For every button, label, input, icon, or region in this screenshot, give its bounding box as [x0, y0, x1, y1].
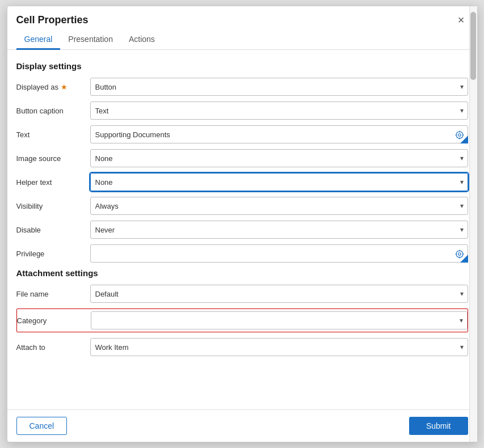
control-visibility: Always Never Conditional — [90, 197, 468, 215]
form-row-attach-to: Attach to Work Item — [16, 338, 468, 356]
tab-general[interactable]: General — [16, 30, 61, 50]
attachment-settings-title: Attachment settings — [16, 268, 468, 278]
svg-point-6 — [456, 251, 463, 257]
form-row-visibility: Visibility Always Never Conditional — [16, 197, 468, 215]
cell-properties-dialog: Cell Properties × General Presentation A… — [7, 6, 478, 442]
form-row-category: Category — [17, 309, 468, 332]
form-row-privilege: Privilege — [16, 244, 468, 263]
dialog-body: Display settings Displayed as ★ Button L… — [7, 50, 477, 409]
dialog-footer: Cancel Submit — [7, 409, 477, 442]
text-input-wrapper — [90, 125, 468, 143]
control-text — [90, 125, 468, 143]
select-wrapper-visibility: Always Never Conditional — [90, 197, 468, 215]
displayed-as-select[interactable]: Button Link Icon — [90, 78, 468, 96]
label-image-source: Image source — [16, 154, 90, 163]
select-wrapper-image-source: None — [90, 149, 468, 167]
control-button-caption: Text Icon Both — [90, 102, 468, 120]
form-row-disable: Disable Never Always Conditional — [16, 221, 468, 239]
form-row-text: Text — [16, 125, 468, 143]
label-helper-text: Helper text — [16, 178, 90, 187]
control-privilege — [90, 244, 468, 263]
button-caption-select[interactable]: Text Icon Both — [90, 102, 468, 120]
target-icon-text[interactable] — [453, 129, 466, 141]
select-wrapper-displayed-as: Button Link Icon — [90, 78, 468, 96]
display-settings-title: Display settings — [16, 61, 468, 71]
form-row-image-source: Image source None — [16, 149, 468, 167]
select-wrapper-attach-to: Work Item — [90, 338, 468, 356]
svg-point-0 — [456, 132, 463, 138]
control-attach-to: Work Item — [90, 338, 468, 356]
control-image-source: None — [90, 149, 468, 167]
submit-button[interactable]: Submit — [409, 417, 468, 435]
form-row-button-caption: Button caption Text Icon Both — [16, 102, 468, 120]
category-select[interactable] — [91, 311, 468, 329]
label-button-caption: Button caption — [16, 107, 90, 115]
dialog-header: Cell Properties × — [7, 6, 477, 27]
form-row-displayed-as: Displayed as ★ Button Link Icon — [16, 78, 468, 96]
svg-point-7 — [458, 253, 461, 256]
select-wrapper-file-name: Default — [90, 285, 468, 303]
helper-text-select[interactable]: None — [90, 173, 468, 191]
control-displayed-as: Button Link Icon — [90, 78, 468, 96]
label-category: Category — [17, 316, 91, 325]
select-wrapper-category — [91, 311, 468, 329]
close-button[interactable]: × — [454, 13, 468, 27]
label-attach-to: Attach to — [16, 343, 90, 352]
label-disable: Disable — [16, 226, 90, 234]
scrollbar[interactable] — [469, 6, 477, 442]
control-file-name: Default — [90, 285, 468, 303]
tabs-bar: General Presentation Actions — [7, 30, 477, 50]
file-name-select[interactable]: Default — [90, 285, 468, 303]
cancel-button[interactable]: Cancel — [16, 417, 68, 435]
privilege-input[interactable] — [90, 244, 468, 263]
label-text: Text — [16, 130, 90, 139]
control-helper-text: None — [90, 173, 468, 191]
privilege-input-wrapper — [90, 244, 468, 263]
tab-actions[interactable]: Actions — [121, 30, 163, 50]
text-input[interactable] — [90, 125, 468, 143]
scrollbar-thumb[interactable] — [470, 12, 476, 80]
control-category — [91, 311, 468, 329]
category-red-border: Category — [16, 308, 468, 332]
label-file-name: File name — [16, 290, 90, 298]
select-wrapper-disable: Never Always Conditional — [90, 221, 468, 239]
disable-select[interactable]: Never Always Conditional — [90, 221, 468, 239]
select-wrapper-helper-text: None — [90, 173, 468, 191]
image-source-select[interactable]: None — [90, 149, 468, 167]
label-displayed-as: Displayed as ★ — [16, 83, 90, 91]
visibility-select[interactable]: Always Never Conditional — [90, 197, 468, 215]
attach-to-select[interactable]: Work Item — [90, 338, 468, 356]
form-row-helper-text: Helper text None — [16, 173, 468, 191]
tab-presentation[interactable]: Presentation — [60, 30, 121, 50]
label-visibility: Visibility — [16, 202, 90, 210]
dialog-title: Cell Properties — [16, 14, 89, 26]
target-icon-privilege[interactable] — [453, 248, 466, 260]
label-privilege: Privilege — [16, 250, 90, 258]
select-wrapper-button-caption: Text Icon Both — [90, 102, 468, 120]
form-row-file-name: File name Default — [16, 285, 468, 303]
required-star: ★ — [61, 83, 68, 91]
control-disable: Never Always Conditional — [90, 221, 468, 239]
svg-point-1 — [458, 134, 461, 137]
